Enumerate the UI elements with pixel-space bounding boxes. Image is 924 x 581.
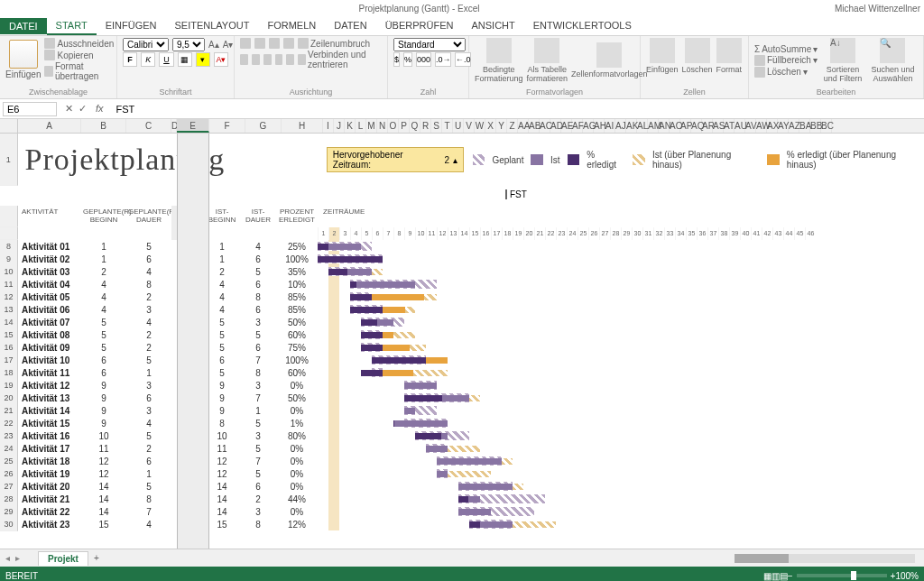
col-header-AJ[interactable]: AJ [615, 119, 626, 133]
tab-nav-next-icon[interactable]: ▸ [15, 553, 20, 563]
font-select[interactable]: Calibri [123, 38, 169, 51]
col-header-A[interactable]: A [18, 119, 81, 133]
col-header-AV[interactable]: AV [745, 119, 756, 133]
format-painter-button[interactable]: Format übertragen [44, 61, 114, 81]
table-row[interactable]: 24Aktivität 171121150% [0, 442, 924, 455]
bold-button[interactable]: F [123, 52, 137, 67]
col-header-AG[interactable]: AG [583, 119, 594, 133]
font-size-select[interactable]: 9,5 [172, 38, 205, 51]
col-header-AY[interactable]: AY [778, 119, 789, 133]
sort-filter-button[interactable]: A↓Sortieren und Filtern [821, 38, 864, 83]
fill-button[interactable]: Füllbereich ▾ [754, 55, 818, 66]
col-header-Z[interactable]: Z [507, 119, 518, 133]
format-as-table-button[interactable]: Als Tabelle formatieren [527, 38, 568, 83]
col-header-AQ[interactable]: AQ [691, 119, 702, 133]
indent-decrease-icon[interactable] [275, 54, 283, 65]
col-header-AS[interactable]: AS [713, 119, 724, 133]
underline-button[interactable]: U [159, 52, 173, 67]
file-tab[interactable]: DATEI [0, 18, 47, 34]
table-row[interactable]: 8Aktivität 01151425% [0, 240, 924, 253]
table-row[interactable]: 26Aktivität 191211250% [0, 467, 924, 480]
table-row[interactable]: 22Aktivität 1594851% [0, 417, 924, 429]
ribbon-tab-überprüfen[interactable]: ÜBERPRÜFEN [376, 17, 463, 35]
paste-icon[interactable] [9, 40, 38, 69]
col-header-AW[interactable]: AW [756, 119, 767, 133]
col-header-V[interactable]: V [464, 119, 475, 133]
italic-button[interactable]: K [141, 52, 155, 67]
highlight-period-box[interactable]: Hervorgehobener Zeitraum: 2 ▴ [327, 147, 464, 172]
cancel-formula-icon[interactable]: ✕ [65, 103, 73, 115]
increase-font-icon[interactable]: A▴ [208, 40, 219, 50]
name-box[interactable] [3, 102, 57, 116]
col-header-F[interactable]: F [209, 119, 245, 133]
table-row[interactable]: 12Aktivität 05424885% [0, 290, 924, 303]
table-row[interactable]: 30Aktivität 2315415812% [0, 518, 924, 530]
enter-formula-icon[interactable]: ✓ [79, 103, 87, 115]
ribbon-tab-entwicklertools[interactable]: ENTWICKLERTOOLS [524, 17, 641, 35]
col-header-AM[interactable]: AM [648, 119, 659, 133]
col-header-AH[interactable]: AH [594, 119, 605, 133]
table-row[interactable]: 10Aktivität 03242535% [0, 265, 924, 278]
tab-nav-prev-icon[interactable]: ◂ [0, 553, 15, 563]
align-right-icon[interactable] [263, 54, 272, 65]
table-row[interactable]: 21Aktivität 1493910% [0, 404, 924, 417]
table-row[interactable]: 18Aktivität 11615860% [0, 366, 924, 379]
col-header-S[interactable]: S [431, 119, 442, 133]
align-center-icon[interactable] [252, 54, 260, 65]
table-row[interactable]: 29Aktivität 221471430% [0, 505, 924, 518]
table-row[interactable]: 9Aktivität 021616100% [0, 253, 924, 265]
col-header-Y[interactable]: Y [496, 119, 507, 133]
col-header-BA[interactable]: BA [799, 119, 810, 133]
table-row[interactable]: 14Aktivität 07545350% [0, 316, 924, 328]
col-header-AB[interactable]: AB [529, 119, 540, 133]
align-left-icon[interactable] [240, 54, 248, 65]
col-header-I[interactable]: I [323, 119, 334, 133]
col-header-E[interactable]: E [177, 119, 209, 133]
ribbon-tab-ansicht[interactable]: ANSICHT [462, 17, 523, 35]
table-row[interactable]: 28Aktivität 2114814244% [0, 493, 924, 505]
ribbon-tab-seitenlayout[interactable]: SEITENLAYOUT [165, 17, 258, 35]
delete-cells-button[interactable]: Löschen [682, 38, 713, 74]
col-header-AR[interactable]: AR [702, 119, 713, 133]
table-row[interactable]: 25Aktivität 181261270% [0, 455, 924, 467]
col-header-BC[interactable]: BC [821, 119, 832, 133]
col-header-U[interactable]: U [453, 119, 464, 133]
align-middle-icon[interactable] [254, 38, 265, 49]
zoom-slider[interactable] [797, 574, 887, 577]
percent-button[interactable]: % [403, 52, 412, 67]
format-cells-button[interactable]: Format [716, 38, 743, 74]
ribbon-tab-einfügen[interactable]: EINFÜGEN [97, 17, 166, 35]
col-header-AP[interactable]: AP [680, 119, 691, 133]
col-header-AN[interactable]: AN [659, 119, 670, 133]
col-header-AA[interactable]: AA [518, 119, 529, 133]
col-header-C[interactable]: C [126, 119, 171, 133]
col-header-P[interactable]: P [399, 119, 410, 133]
font-color-button[interactable]: A▾ [214, 52, 228, 67]
formula-input[interactable] [113, 104, 924, 115]
fx-icon[interactable]: fx [92, 103, 107, 115]
col-header-Q[interactable]: Q [410, 119, 420, 133]
autosum-button[interactable]: Σ AutoSumme ▾ [754, 44, 818, 54]
indent-increase-icon[interactable] [286, 54, 294, 65]
cell-styles-button[interactable]: Zellenformatvorlagen [571, 42, 648, 78]
increase-decimal-button[interactable]: .0→ [435, 52, 451, 67]
col-header-BB[interactable]: BB [810, 119, 821, 133]
border-button[interactable]: ▦ [178, 52, 192, 67]
col-header-M[interactable]: M [366, 119, 377, 133]
col-header-AU[interactable]: AU [735, 119, 745, 133]
spinner-up-icon[interactable]: ▴ [453, 155, 457, 165]
align-top-icon[interactable] [240, 38, 251, 49]
zoom-out-button[interactable]: − [788, 571, 793, 581]
new-sheet-button[interactable]: + [94, 553, 99, 563]
cut-button[interactable]: Ausschneiden [44, 38, 114, 49]
orientation-icon[interactable] [283, 38, 294, 49]
number-format-select[interactable]: Standard [393, 38, 466, 51]
insert-cells-button[interactable]: Einfügen [646, 38, 679, 74]
find-select-button[interactable]: 🔍Suchen und Auswählen [868, 38, 918, 83]
ribbon-tab-start[interactable]: START [47, 17, 97, 35]
worksheet[interactable]: 1 Projektplanung Hervorgehobener Zeitrau… [0, 134, 924, 549]
col-header-AD[interactable]: AD [550, 119, 561, 133]
table-row[interactable]: 20Aktivität 13969750% [0, 392, 924, 404]
col-header-W[interactable]: W [475, 119, 485, 133]
table-row[interactable]: 15Aktivität 08525560% [0, 328, 924, 341]
